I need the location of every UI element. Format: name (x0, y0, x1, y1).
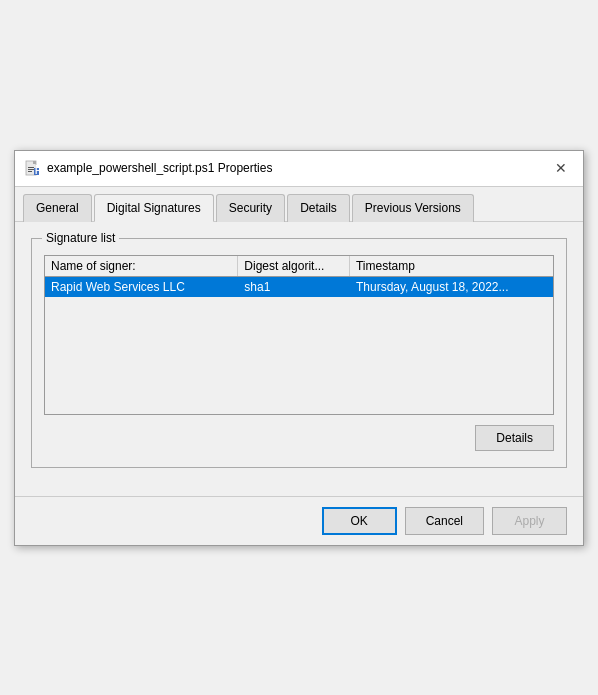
col-signer: Name of signer: (45, 256, 238, 277)
svg-text:PS: PS (35, 162, 42, 176)
window-title: example_powershell_script.ps1 Properties (47, 161, 272, 175)
tab-digital-signatures[interactable]: Digital Signatures (94, 194, 214, 222)
col-digest: Digest algorit... (238, 256, 350, 277)
svg-rect-4 (28, 171, 32, 172)
close-button[interactable]: ✕ (549, 156, 573, 180)
cell-signer: Rapid Web Services LLC (45, 276, 238, 297)
details-button[interactable]: Details (475, 425, 554, 451)
tabs-bar: General Digital Signatures Security Deta… (15, 187, 583, 222)
footer: OK Cancel Apply (15, 496, 583, 545)
signature-list-group: Signature list Name of signer: Digest al… (31, 238, 567, 468)
signature-table-container[interactable]: Name of signer: Digest algorit... Timest… (44, 255, 554, 415)
ok-button[interactable]: OK (322, 507, 397, 535)
svg-rect-3 (28, 169, 34, 170)
content-area: Signature list Name of signer: Digest al… (15, 222, 583, 496)
table-header-row: Name of signer: Digest algorit... Timest… (45, 256, 553, 277)
cell-timestamp: Thursday, August 18, 2022... (349, 276, 552, 297)
file-icon: PS (25, 160, 41, 176)
tab-previous-versions[interactable]: Previous Versions (352, 194, 474, 222)
details-button-row: Details (44, 425, 554, 451)
group-box-label: Signature list (42, 231, 119, 245)
apply-button[interactable]: Apply (492, 507, 567, 535)
title-bar: PS example_powershell_script.ps1 Propert… (15, 151, 583, 187)
table-row[interactable]: Rapid Web Services LLC sha1 Thursday, Au… (45, 276, 553, 297)
col-timestamp: Timestamp (349, 256, 552, 277)
cell-digest: sha1 (238, 276, 350, 297)
cancel-button[interactable]: Cancel (405, 507, 484, 535)
tab-details[interactable]: Details (287, 194, 350, 222)
svg-rect-2 (28, 167, 34, 168)
tab-security[interactable]: Security (216, 194, 285, 222)
signature-table: Name of signer: Digest algorit... Timest… (45, 256, 553, 297)
properties-window: PS example_powershell_script.ps1 Propert… (14, 150, 584, 546)
title-bar-left: PS example_powershell_script.ps1 Propert… (25, 160, 272, 176)
tab-general[interactable]: General (23, 194, 92, 222)
